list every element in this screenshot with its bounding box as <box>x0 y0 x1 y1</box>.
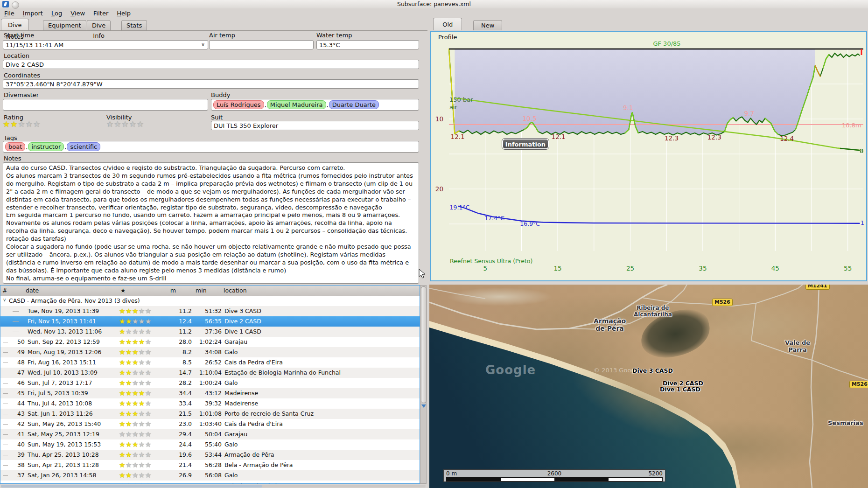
dive-row[interactable]: 49Mon, Aug 19, 2013 12:068.234:08Galo★★★… <box>0 347 420 357</box>
scroll-down-arrow-icon[interactable] <box>421 404 426 408</box>
menu-filter[interactable]: Filter <box>89 8 112 18</box>
information-tooltip[interactable]: Information <box>502 139 549 149</box>
chip-duarte-duarte[interactable]: Duarte Duarte <box>329 100 379 109</box>
column-header-5[interactable]: location <box>224 287 247 294</box>
column-header-2[interactable]: ★ <box>120 287 126 294</box>
row-stars: ★★★★★ <box>119 440 152 449</box>
dive-row[interactable]: 47Wed, Jul 10, 2013 13:0914.71:10:04Esta… <box>0 368 420 378</box>
start-pressure-label: 150 bar <box>449 96 473 103</box>
dive-profile-chart: GF 30/85102051525354555Reefnet Sensus Ul… <box>431 32 864 279</box>
row-stars: ★★★★★ <box>119 379 152 387</box>
dive-list-horizontal-scrollbar[interactable] <box>1 485 426 488</box>
dive-row[interactable]: 50Sun, Sep 22, 2013 12:5928.01:02:24Gara… <box>0 337 420 347</box>
visibility-stars[interactable]: ★★★★★ <box>106 119 144 129</box>
tab-stats[interactable]: Stats <box>121 20 147 30</box>
dive-site-map[interactable]: Google © 2013 Google Armação de PêraRibe… <box>429 285 868 488</box>
row-stars: ★★★★★ <box>119 461 152 469</box>
air-temp-label: Air temp <box>209 32 235 39</box>
dive-row[interactable]: 48Fri, Aug 16, 2013 15:118.526:52Cais da… <box>0 357 420 368</box>
dive-row[interactable]: Tue, Nov 19, 2013 11:3911.251:32Dive 3 C… <box>0 306 420 316</box>
window-titlebar[interactable]: Subsurface: paneves.xml <box>0 0 868 8</box>
time-tick: 55 <box>844 265 852 272</box>
location-label: Location <box>4 52 29 59</box>
chip-instructor[interactable]: instructor <box>28 142 64 151</box>
dive-list-header[interactable]: #date★mminlocation <box>0 286 420 296</box>
air-temp-input[interactable] <box>209 40 314 49</box>
tags-label: Tags <box>4 134 17 141</box>
dive-row[interactable]: Fri, Nov 15, 2013 11:4112.456:35Dive 2 C… <box>0 316 420 327</box>
place-label: Ribeira de Alcantarilha <box>634 305 672 318</box>
dive-row[interactable]: Wed, Nov 13, 2013 11:0611.237:36Dive 1 C… <box>0 327 420 337</box>
menu-help[interactable]: Help <box>112 8 135 18</box>
divemaster-input[interactable] <box>3 99 208 111</box>
depth-annotation: 9.7 <box>744 110 754 117</box>
map-scale-bar: 0 m 2600 5200 <box>443 469 665 482</box>
column-header-4[interactable]: min <box>196 287 207 294</box>
dive-row[interactable]: 42Sun, May 26, 2013 15:4023.01:03:40Cais… <box>0 419 420 429</box>
notes-textarea[interactable]: Aula do curso CASD. Transectos c/video e… <box>3 162 419 284</box>
tab-equipment[interactable]: Equipment <box>43 20 86 30</box>
menu-import[interactable]: Import <box>19 8 47 18</box>
menu-bar: FileImportLogViewFilterHelp <box>0 8 868 19</box>
water-temp-input[interactable]: 15.3°C <box>316 40 419 49</box>
dive-row[interactable]: 44Thu, Jul 4, 2013 10:0833.439:32Madeire… <box>0 398 420 409</box>
menu-log[interactable]: Log <box>47 8 66 18</box>
end-pressure-label: 80 <box>860 147 864 154</box>
dive-row[interactable]: 37Sat, Jan 26, 2013 14:5826.956:08Galo★★… <box>0 470 420 481</box>
chip-scientific[interactable]: scientific <box>67 142 100 151</box>
dive-row[interactable]: 39Thu, Apr 25, 2013 10:2819.653:44Armaçã… <box>0 450 420 460</box>
dive-row[interactable]: 40Sun, May 19, 2013 15:5324.455:40Galo★★… <box>0 439 420 450</box>
chip-boat[interactable]: boat <box>5 142 25 151</box>
gas-label: air <box>449 104 458 111</box>
menu-file[interactable]: File <box>0 8 19 18</box>
temp-annotation: 16.9°C <box>520 220 540 227</box>
dive-row[interactable]: 36Sun, Jan 20, 2013 12:3321.758:36Cais d… <box>0 481 420 484</box>
row-stars: ★★★★★ <box>119 410 152 418</box>
tab-dive-info[interactable]: Dive Info <box>87 20 111 30</box>
dive-row[interactable]: 45Fri, Jul 5, 2013 10:3934.443:12Madeire… <box>0 388 420 398</box>
dive-site-label[interactable]: Dive 1 CASD <box>660 386 700 393</box>
dive-list-vertical-scrollbar[interactable] <box>420 285 427 484</box>
row-stars: ★★★★★ <box>119 338 152 346</box>
start-time-combo[interactable]: 11/15/13 11:41 AM ∨ <box>3 40 208 49</box>
dive-trip-row[interactable]: ∨CASD - Armação de Pêra, Nov 2013 (3 div… <box>0 296 420 306</box>
chip-luís-rodrigues[interactable]: Luís Rodrigues <box>213 100 264 109</box>
dive-row[interactable]: 41Sat, May 25, 2013 12:1929.450:04Garaja… <box>0 429 420 439</box>
row-stars: ★★★★★ <box>119 328 152 336</box>
chip-miguel-madureira[interactable]: Miguel Madureira <box>267 100 326 109</box>
depth-annotation: 12.3 <box>707 133 721 141</box>
dive-site-label[interactable]: Dive 3 CASD <box>632 367 673 374</box>
rating-stars[interactable]: ★★★★★ <box>3 119 41 129</box>
row-stars: ★★★★★ <box>119 471 152 480</box>
row-stars: ★★★★★ <box>119 348 152 356</box>
row-stars: ★★★★★ <box>119 451 152 459</box>
menu-view[interactable]: View <box>66 8 89 18</box>
coordinates-input[interactable]: 37°05'23.460"N 8°20'47.879"W <box>3 79 419 89</box>
dive-row[interactable]: 46Sun, Jul 7, 2013 17:1728.21:00:24Galo★… <box>0 378 420 388</box>
road-shield: M526 <box>849 381 868 388</box>
scrollbar-thumb[interactable] <box>1 485 262 488</box>
dive-row[interactable]: 43Sat, Jun 1, 2013 11:2621.51:01:08Porto… <box>0 409 420 419</box>
suit-input[interactable]: DUI TLS 350 Explorer <box>211 121 419 130</box>
temp-annotation: 17.4°C <box>484 215 504 222</box>
tab-dive-notes[interactable]: Dive Notes <box>1 19 29 30</box>
row-stars: ★★★★★ <box>119 399 152 408</box>
dive-list-body: ∨CASD - Armação de Pêra, Nov 2013 (3 div… <box>0 296 420 484</box>
column-header-3[interactable]: m <box>170 287 176 294</box>
tab-old-profile[interactable]: Old Profile <box>433 18 462 30</box>
expander-icon[interactable]: ∨ <box>3 297 6 302</box>
column-header-1[interactable]: date <box>26 287 39 294</box>
time-tick: 45 <box>771 265 779 272</box>
scale-right: 5200 <box>648 470 663 477</box>
chevron-down-icon[interactable]: ∨ <box>201 42 205 48</box>
buddy-input[interactable]: Luís Rodrigues,Miguel Madureira,Duarte D… <box>211 99 419 111</box>
tab-new-profile[interactable]: New Profile <box>473 20 502 30</box>
device-label: Reefnet Sensus Ultra (Preto) <box>450 258 532 265</box>
tags-input[interactable]: boat,instructor,scientific <box>3 141 419 153</box>
depth-annotation: 10.5 <box>522 115 536 122</box>
column-header-0[interactable]: # <box>2 287 7 294</box>
dive-row[interactable]: 38Sun, Apr 21, 2013 11:2821.456:28Bela -… <box>0 460 420 470</box>
location-input[interactable]: Dive 2 CASD <box>3 60 419 69</box>
scrollbar-thumb[interactable] <box>421 286 427 403</box>
tab-baseline-left <box>0 30 427 31</box>
